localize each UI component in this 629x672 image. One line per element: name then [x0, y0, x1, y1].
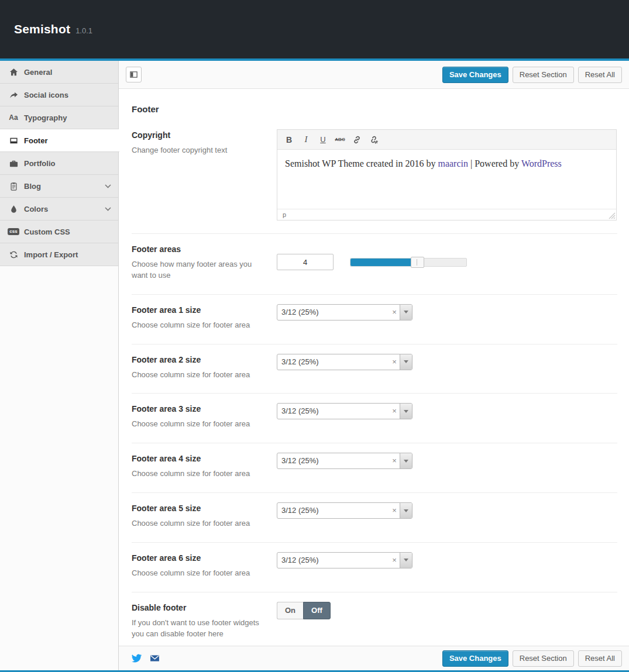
link-icon[interactable] — [349, 133, 365, 147]
blog-icon — [8, 181, 19, 191]
field-description: If you don't want to use footer widgets … — [132, 618, 262, 640]
sidebar-item-custom-css[interactable]: css Custom CSS — [0, 220, 118, 243]
reset-all-button-bottom[interactable]: Reset All — [578, 650, 622, 667]
top-toolbar: Save Changes Reset Section Reset All — [119, 61, 629, 89]
dropdown-arrow-button[interactable] — [400, 453, 412, 468]
version-label: 1.0.1 — [75, 24, 92, 35]
sidebar-item-footer[interactable]: Footer — [0, 129, 119, 152]
content-area: Footer Copyright Change footer copyright… — [119, 89, 629, 646]
slider-fill — [350, 259, 412, 266]
field-label: Footer area 1 size — [132, 305, 262, 315]
caret-down-icon — [404, 360, 408, 363]
home-icon — [8, 67, 19, 77]
field-footer-area-2-size: Footer area 2 size Choose column size fo… — [132, 344, 617, 394]
field-description: Choose column size for footer area — [132, 468, 262, 480]
field-footer-area-6-size: Footer area 6 size Choose column size fo… — [132, 543, 617, 592]
field-description: Choose how many footer areas you want to… — [132, 259, 262, 281]
field-label: Footer areas — [132, 244, 262, 254]
field-description: Change footer copyright text — [132, 145, 262, 156]
sidebar-item-label: Custom CSS — [24, 228, 70, 236]
sidebar-item-typography[interactable]: Aa Typography — [0, 106, 118, 129]
save-changes-button[interactable]: Save Changes — [442, 67, 508, 83]
clear-selection-icon[interactable]: × — [389, 404, 400, 419]
column-size-select[interactable]: 3/12 (25%) × — [277, 304, 413, 321]
sidebar: General Social icons Aa Typography Foote… — [0, 61, 119, 670]
clear-selection-icon[interactable]: × — [389, 453, 400, 468]
unlink-icon[interactable] — [366, 133, 381, 147]
field-copyright: Copyright Change footer copyright text B… — [132, 120, 617, 234]
email-icon[interactable] — [150, 653, 160, 663]
selected-value: 3/12 (25%) — [277, 553, 389, 568]
field-description: Choose column size for footer area — [132, 370, 262, 381]
dropdown-arrow-button[interactable] — [400, 305, 412, 320]
reset-section-button[interactable]: Reset Section — [513, 67, 574, 83]
link-wordpress[interactable]: WordPress — [521, 158, 562, 168]
field-footer-area-1-size: Footer area 1 size Choose column size fo… — [132, 295, 617, 344]
caret-down-icon — [404, 559, 408, 561]
footer-bar: Save Changes Reset Section Reset All — [119, 646, 629, 670]
sidebar-item-colors[interactable]: Colors — [0, 198, 118, 220]
toggle-off-button[interactable]: Off — [303, 602, 331, 619]
sidebar-item-general[interactable]: General — [0, 61, 118, 84]
dropdown-arrow-button[interactable] — [400, 404, 412, 419]
clear-selection-icon[interactable]: × — [389, 503, 400, 518]
sidebar-menu: General Social icons Aa Typography Foote… — [0, 61, 118, 266]
dropdown-arrow-button[interactable] — [400, 354, 412, 370]
sidebar-item-label: General — [24, 68, 52, 77]
editor-element-path[interactable]: p — [283, 211, 286, 218]
caret-down-icon — [404, 311, 408, 313]
caret-down-icon — [404, 509, 408, 512]
selected-value: 3/12 (25%) — [277, 404, 389, 419]
column-size-select[interactable]: 3/12 (25%) × — [277, 552, 413, 568]
column-size-select[interactable]: 3/12 (25%) × — [277, 502, 413, 519]
field-label: Footer area 2 size — [132, 355, 262, 364]
sidebar-item-label: Portfolio — [24, 159, 55, 168]
strikethrough-button[interactable]: ABC — [332, 133, 348, 147]
sidebar-item-social-icons[interactable]: Social icons — [0, 84, 118, 106]
twitter-icon[interactable] — [132, 653, 142, 663]
sidebar-item-label: Footer — [24, 136, 47, 145]
clear-selection-icon[interactable]: × — [389, 553, 400, 568]
expand-icon — [129, 70, 138, 79]
underline-button[interactable]: U — [315, 133, 331, 147]
reset-section-button-bottom[interactable]: Reset Section — [513, 650, 574, 667]
editor-statusbar: p — [277, 209, 616, 220]
save-changes-button-bottom[interactable]: Save Changes — [442, 650, 508, 667]
main-panel: Save Changes Reset Section Reset All Foo… — [119, 61, 629, 670]
resize-grip-icon[interactable] — [609, 212, 616, 219]
selected-value: 3/12 (25%) — [277, 453, 389, 468]
field-description: Choose column size for footer area — [132, 568, 262, 579]
column-size-select[interactable]: 3/12 (25%) × — [277, 354, 413, 370]
column-size-select[interactable]: 3/12 (25%) × — [277, 453, 413, 469]
field-footer-areas: Footer areas Choose how many footer area… — [132, 234, 617, 295]
page-title: Footer — [132, 104, 617, 114]
sidebar-item-import-export[interactable]: Import / Export — [0, 243, 118, 266]
dropdown-arrow-button[interactable] — [400, 503, 412, 518]
expand-options-button[interactable] — [126, 67, 142, 82]
field-footer-area-4-size: Footer area 4 size Choose column size fo… — [132, 443, 617, 493]
brand-title: Semishot — [14, 22, 70, 36]
portfolio-icon — [8, 158, 19, 168]
sidebar-item-portfolio[interactable]: Portfolio — [0, 152, 118, 175]
sidebar-item-blog[interactable]: Blog — [0, 175, 118, 198]
footer-areas-slider[interactable] — [350, 258, 467, 267]
sidebar-item-label: Colors — [24, 205, 48, 213]
field-description: Choose column size for footer area — [132, 419, 262, 430]
field-label: Footer area 4 size — [132, 454, 262, 463]
clear-selection-icon[interactable]: × — [389, 305, 400, 320]
clear-selection-icon[interactable]: × — [389, 354, 400, 370]
editor-content[interactable]: Semishot WP Theme created in 2016 by maa… — [277, 150, 616, 209]
link-maarcin[interactable]: maarcin — [438, 158, 468, 168]
theme-options-panel: Semishot 1.0.1 General Social icons Aa T… — [0, 0, 629, 672]
slider-handle[interactable] — [411, 257, 424, 268]
footer-areas-input[interactable] — [277, 254, 334, 270]
dropdown-arrow-button[interactable] — [400, 553, 412, 568]
field-description: Choose column size for footer area — [132, 518, 262, 529]
column-size-select[interactable]: 3/12 (25%) × — [277, 403, 413, 419]
bold-button[interactable]: B — [281, 133, 297, 147]
reset-all-button[interactable]: Reset All — [578, 67, 622, 83]
italic-button[interactable]: I — [298, 133, 314, 147]
toggle-on-button[interactable]: On — [277, 602, 303, 619]
sidebar-item-label: Import / Export — [24, 250, 78, 259]
chevron-down-icon — [105, 207, 111, 211]
